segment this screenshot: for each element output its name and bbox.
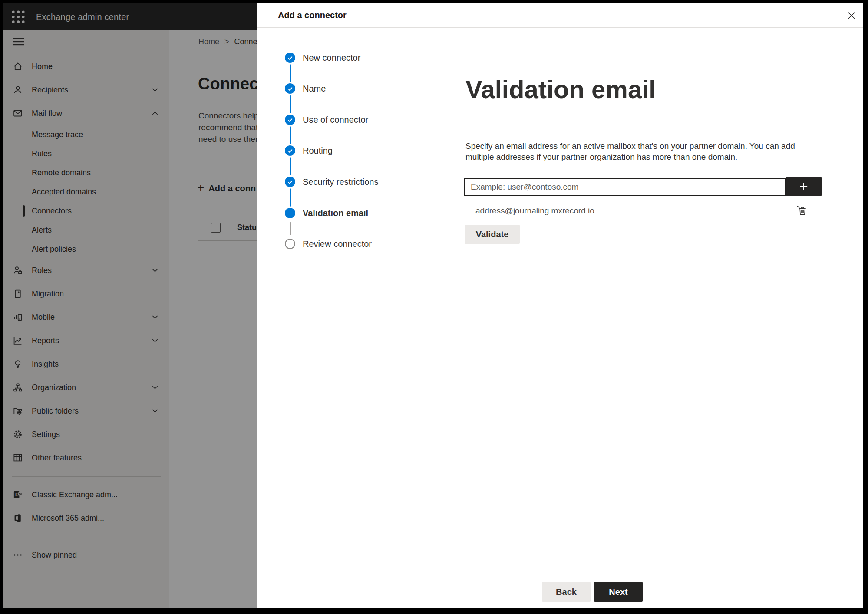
panel-steps-divider: [436, 28, 436, 574]
address-row: address@journaling.mxrecord.io: [465, 200, 828, 221]
trash-icon[interactable]: [797, 205, 808, 217]
step-circle-security-restrictions-check-icon: [285, 177, 295, 187]
description-line: multiple addresses if your partner organ…: [465, 151, 795, 162]
step-label-routing: Routing: [303, 145, 333, 156]
step-label-name: Name: [303, 83, 326, 94]
validate-button[interactable]: Validate: [465, 225, 520, 244]
address-list: address@journaling.mxrecord.io: [465, 200, 828, 221]
step-label-use-of-connector: Use of connector: [303, 114, 368, 125]
step-circle-use-of-connector-check-icon: [285, 115, 295, 125]
plus-icon: [799, 181, 809, 192]
step-label-validation-email: Validation email: [303, 207, 368, 219]
step-connector-line: [290, 126, 291, 144]
next-button[interactable]: Next: [594, 582, 643, 602]
step-connector-line: [290, 188, 291, 207]
address-row-divider: [465, 221, 828, 221]
screen: Exchange admin center HomeRecipientsMail…: [0, 0, 868, 614]
step-label-review-connector: Review connector: [303, 238, 372, 250]
add-email-button[interactable]: [786, 177, 822, 196]
panel-footer-divider: [257, 574, 863, 574]
back-button[interactable]: Back: [542, 582, 591, 602]
close-icon[interactable]: [845, 9, 858, 23]
add-connector-panel: Add a connector New connectorNameUse of …: [257, 3, 863, 608]
address-text: address@journaling.mxrecord.io: [475, 206, 594, 216]
step-connector-line: [290, 157, 291, 175]
step-circle-validation-email: [285, 208, 295, 218]
step-circle-new-connector-check-icon: [285, 53, 295, 63]
step-circle-routing-check-icon: [285, 145, 295, 156]
wizard-steps: New connectorNameUse of connectorRouting…: [257, 28, 436, 574]
step-circle-review-connector: [285, 239, 295, 249]
step-label-new-connector: New connector: [303, 52, 360, 63]
step-connector-line: [290, 95, 291, 113]
step-connector-line: [290, 64, 291, 82]
step-label-security-restrictions: Security restrictions: [303, 176, 379, 187]
step-heading: Validation email: [465, 76, 656, 102]
step-connector-line: [290, 222, 291, 235]
description-line: Specify an email address for an active m…: [465, 141, 795, 151]
step-description: Specify an email address for an active m…: [465, 141, 795, 162]
step-circle-name-check-icon: [285, 83, 295, 94]
panel-title: Add a connector: [278, 10, 347, 20]
email-input[interactable]: [464, 178, 786, 196]
app-frame: Exchange admin center HomeRecipientsMail…: [3, 3, 863, 608]
